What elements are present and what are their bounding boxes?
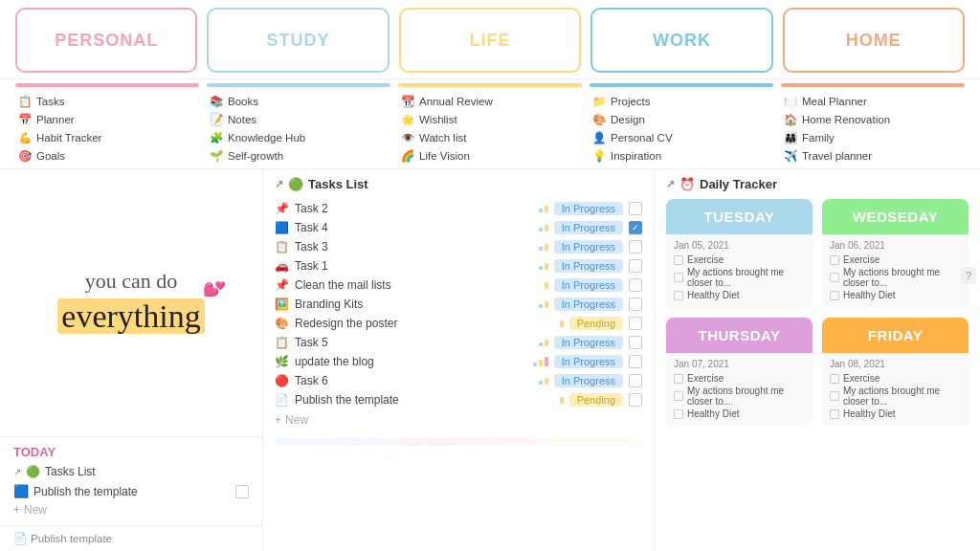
- nav-item-travel-planner[interactable]: ✈️Travel planner: [781, 147, 965, 165]
- nav-item-projects[interactable]: 📁Projects: [590, 93, 773, 110]
- task3-icon: 📋: [275, 240, 289, 253]
- life-vision-icon: 🌈: [401, 149, 414, 163]
- task8-icon: 📋: [275, 336, 289, 349]
- today-new-item[interactable]: + New: [13, 500, 249, 519]
- today-task-checkbox[interactable]: [235, 485, 249, 498]
- task1-checkbox[interactable]: [629, 202, 642, 215]
- task9-status: In Progress: [554, 355, 623, 368]
- thursday-date: Jan 07, 2021: [674, 359, 805, 369]
- task10-bars: [539, 378, 548, 385]
- task9-name: update the blog: [295, 355, 527, 368]
- task11-icon: 📄: [275, 393, 289, 407]
- task9-checkbox[interactable]: [629, 355, 642, 368]
- tasks-list-title-text: Tasks List: [308, 177, 368, 191]
- wednesday-habit-3: Healthy Diet: [830, 290, 961, 300]
- nav-item-self-growth[interactable]: 🌱Self-growth: [207, 147, 390, 165]
- motivational-text: you can do everything 💕: [57, 268, 204, 338]
- task1-icon: 📌: [275, 202, 289, 215]
- task2-checkbox[interactable]: ✓: [629, 221, 642, 234]
- task2-status: In Progress: [554, 221, 623, 234]
- task5-bars: [545, 282, 548, 289]
- publish-icon: 📄: [13, 532, 27, 545]
- task5-checkbox[interactable]: [629, 278, 642, 292]
- nav-card-life[interactable]: LIFE: [399, 8, 581, 73]
- nav-card-work[interactable]: WORK: [590, 8, 772, 73]
- tuesday-date: Jan 05, 2021: [674, 240, 805, 251]
- thursday-body: Jan 07, 2021 Exercise My actions brought…: [666, 353, 813, 427]
- day-card-thursday: THURSDAY Jan 07, 2021 Exercise My action…: [666, 318, 813, 427]
- task6-icon: 🖼️: [275, 298, 289, 311]
- thursday-habit-1: Exercise: [674, 373, 805, 384]
- task1-name: Task 2: [295, 202, 533, 215]
- nav-item-goals[interactable]: 🎯Goals: [15, 147, 199, 165]
- sections-row: 📋Tasks 📅Planner 💪Habit Tracker 🎯Goals 📚B…: [0, 79, 980, 169]
- tasks-new-item[interactable]: + New: [275, 409, 642, 430]
- middle-panel: ↗ 🟢 Tasks List 📌 Task 2 In Progress 🟦 Ta…: [263, 169, 655, 551]
- scrollbar-hint[interactable]: ?: [961, 267, 976, 284]
- nav-item-planner[interactable]: 📅Planner: [15, 111, 199, 128]
- nav-item-family[interactable]: 👨‍👩‍👧Family: [781, 129, 965, 146]
- planner-icon: 📅: [18, 113, 32, 126]
- today-task-icon: 🟦: [13, 484, 29, 498]
- thursday-habit-2: My actions brought me closer to...: [674, 386, 805, 407]
- task-row-9: 🌿 update the blog In Progress: [275, 352, 642, 371]
- nav-card-home[interactable]: HOME: [783, 8, 965, 73]
- nav-card-personal[interactable]: PERSONAL: [15, 8, 197, 73]
- task3-checkbox[interactable]: [629, 240, 642, 253]
- section-life: 📆Annual Review 🌟Wishlist 👁️Watch list 🌈L…: [398, 83, 590, 165]
- task6-checkbox[interactable]: [629, 298, 642, 311]
- nav-item-annual-review[interactable]: 📆Annual Review: [398, 93, 582, 110]
- task9-icon: 🌿: [275, 355, 289, 368]
- nav-item-home-renovation[interactable]: 🏠Home Renovation: [781, 111, 965, 128]
- task7-name: Redesign the poster: [295, 317, 554, 330]
- section-study: 📚Books 📝Notes 🧩Knowledge Hub 🌱Self-growt…: [207, 83, 398, 165]
- plus-icon: +: [13, 503, 20, 517]
- nav-item-books[interactable]: 📚Books: [207, 93, 390, 110]
- task8-checkbox[interactable]: [629, 336, 642, 349]
- nav-item-inspiration[interactable]: 💡Inspiration: [590, 147, 773, 165]
- section-personal: 📋Tasks 📅Planner 💪Habit Tracker 🎯Goals: [15, 83, 207, 165]
- projects-icon: 📁: [592, 95, 606, 108]
- task11-bars: [560, 397, 564, 404]
- today-tasks-list-link[interactable]: ↗ 🟢 Tasks List: [13, 465, 249, 478]
- task4-checkbox[interactable]: [629, 259, 642, 273]
- section-home: 🍽️Meal Planner 🏠Home Renovation 👨‍👩‍👧Fam…: [781, 83, 965, 165]
- task7-checkbox[interactable]: [629, 317, 642, 330]
- publish-template-bottom[interactable]: 📄 Publish template: [0, 525, 262, 551]
- task2-bars: [539, 225, 548, 231]
- nav-item-habit-tracker[interactable]: 💪Habit Tracker: [15, 129, 199, 146]
- nav-item-personal-cv[interactable]: 👤Personal CV: [590, 129, 773, 146]
- notes-icon: 📝: [210, 113, 223, 126]
- task-row-6: 🖼️ Branding Kits In Progress: [275, 295, 642, 314]
- task11-checkbox[interactable]: [629, 393, 642, 407]
- tuesday-body: Jan 05, 2021 Exercise My actions brought…: [666, 234, 813, 308]
- task10-checkbox[interactable]: [629, 374, 642, 387]
- books-icon: 📚: [210, 95, 223, 108]
- publish-label: Publish template: [31, 533, 112, 544]
- tuesday-habit-2: My actions brought me closer to...: [674, 267, 805, 288]
- nav-item-tasks[interactable]: 📋Tasks: [15, 93, 199, 110]
- task7-bars: [560, 320, 564, 327]
- family-icon: 👨‍👩‍👧: [784, 131, 797, 144]
- nav-item-knowledge-hub[interactable]: 🧩Knowledge Hub: [207, 129, 390, 146]
- task10-icon: 🔴: [275, 374, 289, 387]
- right-panel: ↗ ⏰ Daily Tracker TUESDAY Jan 05, 2021 E…: [655, 169, 980, 551]
- day-card-friday: FRIDAY Jan 08, 2021 Exercise My actions …: [822, 318, 969, 427]
- task6-status: In Progress: [554, 298, 623, 311]
- task9-bars: [533, 357, 548, 366]
- task-row-4: 🚗 Task 1 In Progress: [275, 256, 642, 276]
- nav-item-wishlist[interactable]: 🌟Wishlist: [398, 111, 582, 128]
- nav-item-design[interactable]: 🎨Design: [590, 111, 773, 128]
- task6-name: Branding Kits: [295, 298, 533, 311]
- nav-item-watch-list[interactable]: 👁️Watch list: [398, 129, 582, 146]
- today-task-row: 🟦 Publish the template: [13, 482, 249, 500]
- task-row-11: 📄 Publish the template Pending: [275, 390, 642, 409]
- task10-status: In Progress: [554, 374, 623, 387]
- self-growth-icon: 🌱: [210, 149, 223, 163]
- today-task-label: Publish the template: [33, 485, 231, 498]
- friday-body: Jan 08, 2021 Exercise My actions brought…: [822, 353, 969, 427]
- nav-item-meal-planner[interactable]: 🍽️Meal Planner: [781, 93, 965, 110]
- nav-item-notes[interactable]: 📝Notes: [207, 111, 390, 128]
- nav-card-study[interactable]: STUDY: [207, 8, 389, 73]
- nav-item-life-vision[interactable]: 🌈Life Vision: [398, 147, 582, 165]
